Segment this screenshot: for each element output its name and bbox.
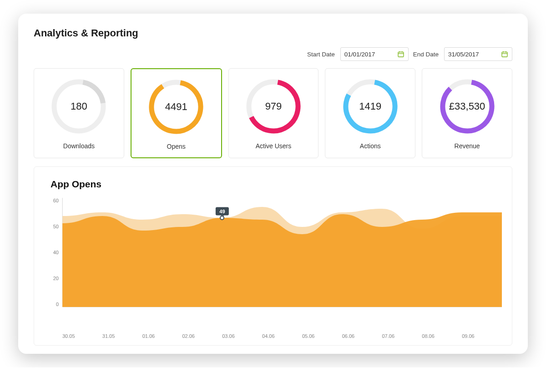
start-date-value: 01/01/2017	[344, 51, 375, 58]
end-date-value: 31/05/2017	[448, 51, 479, 58]
x-tick: 04.06	[262, 333, 302, 339]
area-chart[interactable]	[44, 198, 502, 325]
donut-chart: 4491	[147, 77, 206, 136]
x-tick: 01.06	[142, 333, 182, 339]
start-date-label: Start Date	[307, 51, 335, 58]
metric-value: 180	[49, 77, 108, 136]
metric-card-opens[interactable]: 4491 Opens	[131, 68, 222, 158]
y-axis-labels: 605040200	[44, 198, 59, 307]
y-tick: 20	[44, 276, 59, 281]
x-tick: 06.06	[342, 333, 382, 339]
x-tick: 08.06	[422, 333, 462, 339]
end-date-input[interactable]: 31/05/2017	[444, 47, 512, 61]
x-tick: 31.05	[102, 333, 142, 339]
metric-card-downloads[interactable]: 180 Downloads	[34, 68, 124, 158]
metric-value: 4491	[147, 77, 206, 136]
end-date-label: End Date	[413, 51, 439, 58]
y-tick: 50	[44, 224, 59, 229]
metric-cards-row: 180 Downloads 4491 Opens 979 Active User…	[34, 68, 512, 158]
metric-card-active-users[interactable]: 979 Active Users	[228, 68, 319, 158]
chart-area: 605040200 30.0531.0501.0602.0603.0604.06…	[44, 198, 502, 339]
metric-label: Actions	[360, 142, 381, 150]
x-tick: 02.06	[182, 333, 222, 339]
metric-card-actions[interactable]: 1419 Actions	[325, 68, 415, 158]
metric-label: Opens	[167, 143, 186, 150]
donut-chart: £33,530	[438, 77, 497, 136]
metric-label: Downloads	[63, 142, 95, 150]
y-tick: 0	[44, 302, 59, 307]
donut-chart: 979	[244, 77, 303, 136]
svg-rect-0	[398, 52, 404, 57]
metric-value: 1419	[341, 77, 400, 136]
metric-label: Active Users	[256, 142, 292, 150]
calendar-icon[interactable]	[397, 50, 404, 58]
donut-chart: 180	[49, 77, 108, 136]
chart-title: App Opens	[51, 179, 502, 190]
start-date-input[interactable]: 01/01/2017	[340, 47, 409, 61]
x-tick: 09.06	[462, 333, 502, 339]
chart-panel: App Opens 605040200 30.0531.0501.0602.06…	[34, 166, 512, 346]
calendar-icon[interactable]	[501, 50, 508, 58]
metric-label: Revenue	[455, 142, 480, 150]
chart-tooltip-dot	[220, 216, 224, 220]
x-tick: 03.06	[222, 333, 262, 339]
svg-rect-10	[502, 52, 507, 57]
x-axis-labels: 30.0531.0501.0602.0603.0604.0605.0606.06…	[62, 333, 502, 339]
date-range-row: Start Date 01/01/2017 End Date 31/05/201…	[34, 47, 512, 61]
x-tick: 05.06	[302, 333, 342, 339]
x-tick: 30.05	[62, 333, 102, 339]
chart-tooltip: 49	[216, 207, 228, 216]
y-tick: 60	[44, 198, 59, 203]
donut-chart: 1419	[341, 77, 400, 136]
x-tick: 07.06	[382, 333, 422, 339]
analytics-panel: Analytics & Reporting Start Date 01/01/2…	[18, 14, 528, 354]
y-tick: 40	[44, 250, 59, 255]
page-title: Analytics & Reporting	[34, 27, 512, 39]
metric-value: £33,530	[438, 77, 497, 136]
metric-card-revenue[interactable]: £33,530 Revenue	[422, 68, 512, 158]
metric-value: 979	[244, 77, 303, 136]
